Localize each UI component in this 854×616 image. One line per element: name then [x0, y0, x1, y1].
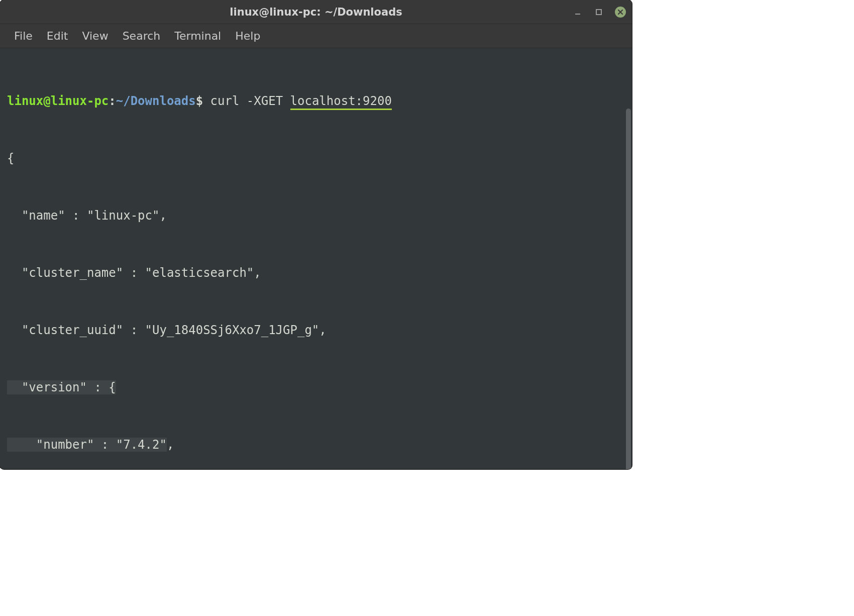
menu-help[interactable]: Help	[228, 27, 267, 45]
command-curl-prefix: curl -XGET	[210, 94, 290, 108]
menu-file[interactable]: File	[7, 27, 40, 45]
close-icon[interactable]	[615, 7, 626, 18]
window-controls	[573, 0, 626, 24]
svg-rect-0	[575, 14, 580, 15]
output-line: "name" : "linux-pc",	[7, 206, 625, 225]
prompt-line-1: linux@linux-pc:~/Downloads$ curl -XGET l…	[7, 91, 625, 111]
menu-view[interactable]: View	[75, 27, 115, 45]
output-line: "cluster_name" : "elasticsearch",	[7, 263, 625, 282]
menu-terminal[interactable]: Terminal	[167, 27, 228, 45]
prompt-colon: :	[109, 94, 116, 108]
prompt-path: ~/Downloads	[116, 94, 196, 108]
output-line-version: "version" : {	[7, 378, 625, 397]
highlight-version-number: "number" : "7.4.2"	[7, 438, 167, 452]
menu-search[interactable]: Search	[116, 27, 168, 45]
window-title: linux@linux-pc: ~/Downloads	[230, 6, 402, 18]
output-line-number: "number" : "7.4.2",	[7, 435, 625, 454]
minimize-icon[interactable]	[573, 7, 583, 17]
prompt-dollar: $	[196, 94, 203, 108]
scrollbar[interactable]	[626, 109, 631, 469]
terminal-area[interactable]: linux@linux-pc:~/Downloads$ curl -XGET l…	[0, 48, 632, 469]
prompt-at: @	[43, 94, 50, 108]
svg-rect-1	[596, 10, 601, 15]
prompt-host: linux-pc	[51, 94, 109, 108]
titlebar: linux@linux-pc: ~/Downloads	[0, 0, 632, 24]
highlight-version-key: "version" : {	[7, 380, 116, 394]
menu-edit[interactable]: Edit	[40, 27, 75, 45]
output-line: {	[7, 149, 625, 168]
output-comma: ,	[167, 438, 174, 452]
command-curl-url: localhost:9200	[290, 94, 392, 110]
terminal-window: linux@linux-pc: ~/Downloads File Edit Vi…	[0, 0, 632, 469]
prompt-user: linux	[7, 94, 43, 108]
maximize-icon[interactable]	[594, 7, 604, 17]
output-line: "cluster_uuid" : "Uy_1840SSj6Xxo7_1JGP_g…	[7, 321, 625, 340]
menubar: File Edit View Search Terminal Help	[0, 24, 632, 48]
